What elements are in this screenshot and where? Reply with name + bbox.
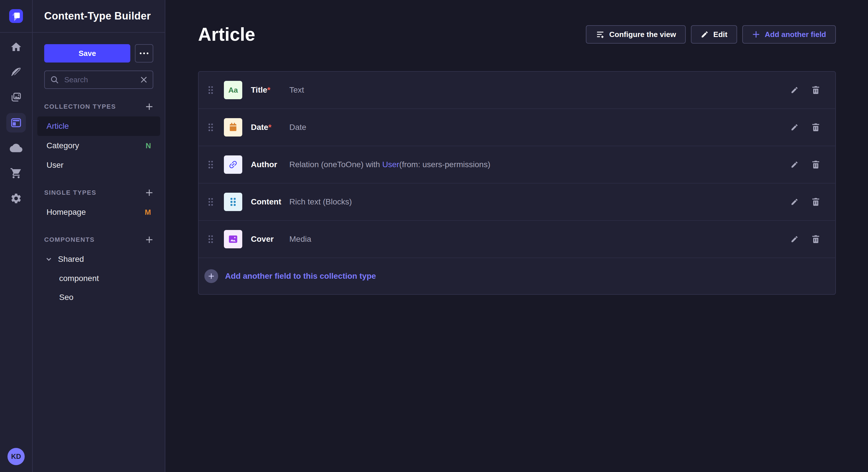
row-actions	[790, 198, 820, 206]
plus-circle-icon	[205, 269, 218, 283]
clear-search-icon[interactable]	[141, 76, 147, 83]
field-type: Text	[289, 86, 304, 95]
add-another-field-button[interactable]: Add another field	[742, 25, 836, 43]
component-item-component[interactable]: component	[37, 269, 160, 288]
date-field-icon	[224, 118, 242, 136]
field-name: Date*	[251, 123, 289, 132]
add-field-label: Add another field to this collection typ…	[225, 272, 376, 281]
main-nav-rail: KD	[0, 0, 33, 472]
edit-field-icon[interactable]	[790, 161, 799, 169]
delete-field-icon[interactable]	[812, 160, 820, 169]
content-type-builder-icon[interactable]	[6, 113, 26, 133]
sidebar-item-article[interactable]: Article	[37, 116, 160, 136]
rail-logo-area	[0, 0, 32, 33]
drag-handle-icon[interactable]	[208, 123, 214, 132]
field-type: Media	[289, 235, 311, 244]
delete-field-icon[interactable]	[812, 235, 820, 243]
delete-field-icon[interactable]	[812, 123, 820, 132]
field-type: Relation (oneToOne) with User(from: user…	[289, 160, 490, 169]
add-field-to-collection-button[interactable]: Add another field to this collection typ…	[198, 258, 835, 294]
ellipsis-icon	[140, 53, 142, 54]
rail-bottom: KD	[7, 448, 25, 472]
page-title: Article	[198, 24, 255, 45]
components-list: Shared component Seo	[37, 249, 160, 307]
sidebar-content: Save COLLECTION TYPES	[33, 33, 165, 307]
search-box	[44, 71, 153, 89]
field-row-author: Author Relation (oneToOne) with User(fro…	[198, 146, 835, 183]
required-asterisk: *	[268, 123, 272, 132]
single-types-header: SINGLE TYPES	[44, 189, 153, 197]
home-icon[interactable]	[6, 37, 26, 57]
row-actions	[790, 160, 820, 169]
relation-target-link[interactable]: User	[382, 160, 399, 169]
field-name: Author	[251, 160, 289, 169]
row-actions	[790, 123, 820, 132]
sidebar-item-user[interactable]: User	[37, 156, 160, 175]
field-row-cover: Cover Media	[198, 221, 835, 258]
main-content: Article Configure the view Edit Add a	[165, 0, 868, 472]
rail-nav-items	[6, 33, 26, 448]
sidebar-header: Content-Type Builder	[33, 0, 165, 33]
field-name: Title*	[251, 86, 289, 95]
marketplace-cart-icon[interactable]	[6, 164, 26, 183]
content-type-builder-app: KD Content-Type Builder Save	[0, 0, 868, 472]
edit-button[interactable]: Edit	[691, 25, 737, 43]
delete-field-icon[interactable]	[812, 86, 820, 94]
add-component-button[interactable]	[145, 236, 153, 244]
delete-field-icon[interactable]	[812, 198, 820, 206]
sidebar-item-category[interactable]: Category N	[37, 136, 160, 156]
media-library-icon[interactable]	[6, 88, 26, 107]
single-types-list: Homepage M	[37, 202, 160, 222]
field-name: Content	[251, 197, 289, 206]
edit-field-icon[interactable]	[790, 123, 799, 131]
collection-types-header: COLLECTION TYPES	[44, 103, 153, 111]
drag-handle-icon[interactable]	[208, 160, 214, 169]
sidebar-item-homepage[interactable]: Homepage M	[37, 202, 160, 222]
content-manager-feather-icon[interactable]	[6, 63, 26, 82]
collection-types-list: Article Category N User	[37, 116, 160, 175]
blocks-field-icon	[224, 193, 242, 211]
plus-icon	[752, 30, 760, 38]
row-actions	[790, 86, 820, 94]
drag-handle-icon[interactable]	[208, 197, 214, 206]
more-options-button[interactable]	[135, 44, 153, 63]
settings-gear-icon[interactable]	[6, 189, 26, 208]
required-asterisk: *	[267, 86, 270, 94]
save-button[interactable]: Save	[44, 44, 130, 63]
status-badge-new: N	[146, 141, 151, 150]
status-badge-modified: M	[145, 208, 151, 217]
toolbar: Configure the view Edit Add another fiel…	[586, 25, 836, 43]
drag-handle-icon[interactable]	[208, 86, 214, 95]
relation-field-icon	[224, 156, 242, 174]
add-single-type-button[interactable]	[145, 189, 153, 197]
content-type-builder-sidebar: Content-Type Builder Save COLLECT	[33, 0, 165, 472]
chevron-down-icon	[45, 256, 52, 263]
text-field-icon: Aa	[224, 81, 242, 99]
configure-view-button[interactable]: Configure the view	[586, 25, 686, 43]
save-row: Save	[44, 44, 153, 63]
components-label: COMPONENTS	[44, 236, 95, 243]
field-row-title: Aa Title* Text	[198, 72, 835, 109]
single-types-label: SINGLE TYPES	[44, 189, 96, 196]
media-field-icon	[224, 230, 242, 248]
search-icon	[51, 76, 59, 84]
cloud-icon[interactable]	[6, 138, 26, 158]
add-collection-type-button[interactable]	[145, 103, 153, 111]
pencil-icon	[701, 30, 709, 38]
strapi-logo-icon	[10, 10, 22, 22]
edit-field-icon[interactable]	[790, 86, 799, 94]
edit-field-icon[interactable]	[790, 235, 799, 243]
user-avatar[interactable]: KD	[7, 448, 25, 465]
configure-list-icon	[596, 30, 605, 39]
field-row-date: Date* Date	[198, 109, 835, 146]
strapi-logo[interactable]	[9, 9, 23, 23]
field-name: Cover	[251, 235, 289, 244]
avatar-initials: KD	[11, 452, 21, 461]
field-type: Rich text (Blocks)	[289, 197, 352, 206]
drag-handle-icon[interactable]	[208, 235, 214, 244]
component-group-shared[interactable]: Shared	[37, 249, 160, 269]
edit-field-icon[interactable]	[790, 198, 799, 206]
fields-table: Aa Title* Text Date* Date	[198, 71, 836, 295]
component-item-seo[interactable]: Seo	[37, 288, 160, 307]
search-input[interactable]	[63, 75, 136, 85]
